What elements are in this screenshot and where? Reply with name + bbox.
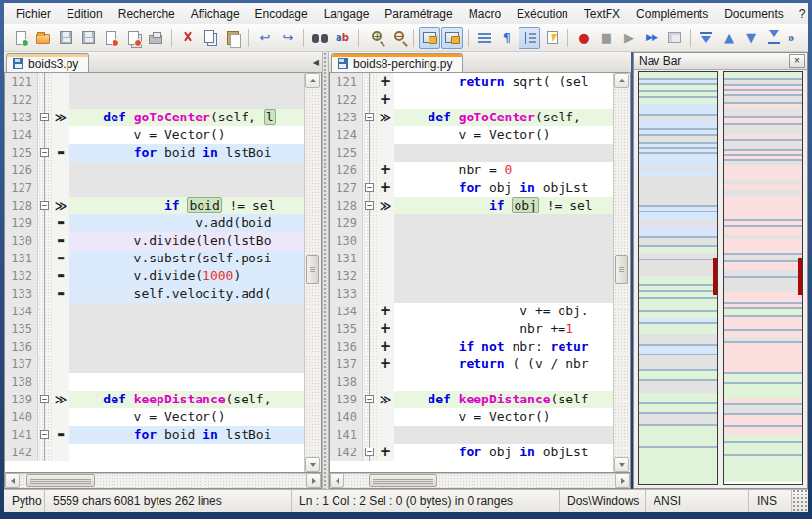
navbar-map-right[interactable] xyxy=(723,71,803,485)
code-line-138[interactable]: 138 xyxy=(5,373,304,391)
code-line-132[interactable]: 132▬ v.divide(1000) xyxy=(5,267,304,285)
stop-macro-button[interactable]: ■ xyxy=(596,27,617,49)
cut-button[interactable] xyxy=(177,27,199,49)
navbar-map-left[interactable] xyxy=(638,71,718,485)
tab-boids3[interactable]: boids3.py xyxy=(6,53,89,72)
code-line-138[interactable]: 138 xyxy=(330,373,613,391)
menu-item-paramtrage[interactable]: Paramétrage xyxy=(377,5,460,23)
editor-splitter[interactable] xyxy=(322,52,329,489)
zoom-out-button[interactable]: − xyxy=(386,27,408,49)
navbar-title-bar[interactable]: Nav Bar × xyxy=(634,53,807,70)
code-line-136[interactable]: 136 xyxy=(5,338,304,355)
code-line-128[interactable]: 128−≫ if obj != sel xyxy=(330,197,613,214)
fold-margin[interactable]: − xyxy=(38,197,52,214)
code-line-123[interactable]: 123−≫ def goToCenter(self, l xyxy=(5,109,304,126)
close-button[interactable] xyxy=(100,27,121,49)
next-diff-button[interactable]: ▼ xyxy=(741,27,762,49)
left-horizontal-scrollbar[interactable] xyxy=(4,473,322,489)
fold-collapse-box[interactable]: − xyxy=(365,113,374,121)
save-macro-button[interactable] xyxy=(663,27,685,49)
scrollbar-thumb[interactable] xyxy=(306,255,319,284)
fold-margin[interactable]: − xyxy=(38,109,52,126)
code-line-133[interactable]: 133 xyxy=(330,285,613,303)
find-button[interactable] xyxy=(309,27,331,49)
resize-grip[interactable] xyxy=(792,490,808,512)
tab-boids8-perching[interactable]: boids8-perching.py xyxy=(331,53,463,72)
code-line-130[interactable]: 130 xyxy=(330,232,613,250)
menu-item-macro[interactable]: Macro xyxy=(461,5,509,23)
prev-diff-button[interactable]: ▲ xyxy=(718,27,740,49)
code-line-130[interactable]: 130▬ v.divide(len(lstBo xyxy=(5,232,304,250)
menu-item-complments[interactable]: Compléments xyxy=(628,5,716,23)
fold-collapse-box[interactable]: − xyxy=(40,395,49,403)
menu-item-textfx[interactable]: TextFX xyxy=(576,5,628,23)
fold-collapse-box[interactable]: − xyxy=(365,395,374,403)
fold-margin[interactable]: − xyxy=(363,444,377,461)
navbar-close-button[interactable]: × xyxy=(789,54,805,68)
code-line-129[interactable]: 129▬ v.add(boid xyxy=(5,214,304,232)
run-macro-multiple-button[interactable]: ▶▶ xyxy=(641,27,662,49)
fold-margin[interactable]: − xyxy=(38,426,52,444)
menu-item-langage[interactable]: Langage xyxy=(316,5,378,23)
paste-button[interactable] xyxy=(222,27,244,49)
scroll-down-button[interactable] xyxy=(305,457,320,472)
copy-button[interactable] xyxy=(200,27,221,49)
code-line-141[interactable]: 141−▬ for boid in lstBoi xyxy=(5,426,304,444)
scroll-right-button[interactable] xyxy=(615,473,630,488)
fold-collapse-box[interactable]: − xyxy=(40,430,49,439)
scrollbar-thumb[interactable] xyxy=(26,474,95,487)
zoom-in-button[interactable]: + xyxy=(364,27,385,49)
menu-item-?[interactable]: ? xyxy=(791,5,812,23)
code-line-121[interactable]: 121 xyxy=(5,73,304,91)
code-line-133[interactable]: 133▬ self.velocity.add( xyxy=(5,285,304,303)
show-all-characters-button[interactable]: ¶ xyxy=(496,27,518,49)
sync-vertical-scroll-button[interactable] xyxy=(419,27,440,49)
code-line-128[interactable]: 128−≫ if boid != sel xyxy=(5,197,304,214)
fold-collapse-box[interactable]: − xyxy=(365,201,374,210)
code-line-137[interactable]: 137 xyxy=(5,355,304,373)
code-line-127[interactable]: 127 xyxy=(5,179,304,197)
code-line-137[interactable]: 137+ return ( (v / nbr xyxy=(330,355,613,373)
menu-item-fichier[interactable]: Fichier xyxy=(8,5,59,23)
code-line-140[interactable]: 140 v = Vector() xyxy=(5,408,304,426)
code-line-135[interactable]: 135+ nbr +=1 xyxy=(330,320,613,338)
menu-item-recherche[interactable]: Recherche xyxy=(111,5,183,23)
code-line-131[interactable]: 131▬ v.substr(self.posi xyxy=(5,250,304,267)
scroll-up-button[interactable] xyxy=(305,73,320,88)
play-macro-button[interactable]: ▶ xyxy=(618,27,640,49)
fold-margin[interactable]: − xyxy=(363,197,377,214)
record-macro-button[interactable]: ● xyxy=(573,27,595,49)
code-line-126[interactable]: 126 xyxy=(5,162,304,179)
left-vertical-scrollbar[interactable] xyxy=(304,73,321,472)
code-line-124[interactable]: 124 v = Vector() xyxy=(5,126,304,144)
fold-margin[interactable]: − xyxy=(363,179,377,197)
toolbar-overflow-chevron[interactable]: » xyxy=(788,30,794,45)
menu-item-edition[interactable]: Edition xyxy=(59,5,111,23)
code-line-129[interactable]: 129 xyxy=(330,214,613,232)
code-line-134[interactable]: 134+ v += obj. xyxy=(330,303,613,320)
menu-item-encodage[interactable]: Encodage xyxy=(248,5,316,23)
menu-item-documents[interactable]: Documents xyxy=(716,5,791,23)
redo-button[interactable]: ↪ xyxy=(277,27,298,49)
right-horizontal-scrollbar[interactable] xyxy=(329,473,631,489)
last-diff-button[interactable] xyxy=(763,27,785,49)
scroll-up-button[interactable] xyxy=(614,73,629,88)
code-line-140[interactable]: 140 v = Vector() xyxy=(330,408,613,426)
code-line-139[interactable]: 139−≫ def keepDistance(self xyxy=(330,391,613,408)
close-all-button[interactable] xyxy=(122,27,144,49)
fold-margin[interactable]: − xyxy=(38,391,52,408)
first-diff-button[interactable] xyxy=(696,27,717,49)
fold-margin[interactable]: − xyxy=(363,391,377,408)
fold-collapse-box[interactable]: − xyxy=(365,448,374,456)
save-button[interactable] xyxy=(55,27,76,49)
code-line-122[interactable]: 122+ xyxy=(330,91,613,109)
menu-item-affichage[interactable]: Affichage xyxy=(183,5,248,23)
print-button[interactable] xyxy=(145,27,166,49)
code-line-124[interactable]: 124 v = Vector() xyxy=(330,126,613,144)
scrollbar-thumb[interactable] xyxy=(369,474,437,487)
fold-margin[interactable]: − xyxy=(38,144,52,162)
code-line-121[interactable]: 121+ return sqrt( (sel xyxy=(330,73,613,91)
open-file-button[interactable] xyxy=(32,27,54,49)
left-code-area[interactable]: 121122123−≫ def goToCenter(self, l124 v … xyxy=(5,73,304,472)
code-line-136[interactable]: 136+ if not nbr: retur xyxy=(330,338,613,355)
